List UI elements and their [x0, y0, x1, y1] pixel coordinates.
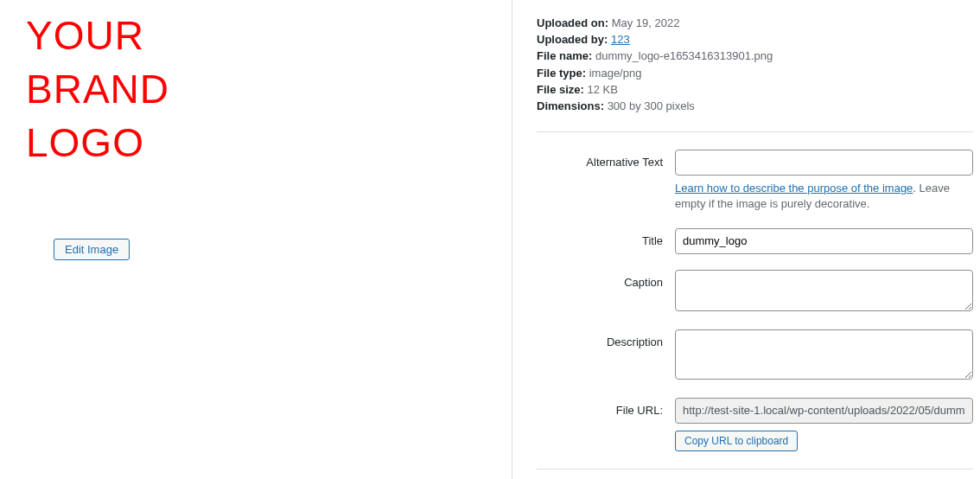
attachment-preview: YOUR BRAND LOGO: [0, 0, 512, 169]
file-name-row: File name: dummy_logo-e1653416313901.png: [537, 48, 973, 64]
uploaded-on-row: Uploaded on: May 19, 2022: [537, 16, 973, 31]
file-name-value: dummy_logo-e1653416313901.png: [595, 49, 773, 62]
uploaded-by-label: Uploaded by:: [537, 33, 608, 46]
brand-logo-line1: YOUR: [26, 9, 486, 62]
file-type-value: image/png: [589, 67, 642, 80]
file-url-label: File URL:: [537, 398, 675, 451]
file-name-label: File name:: [537, 49, 592, 62]
brand-logo-line3: LOGO: [26, 116, 486, 169]
title-label: Title: [537, 228, 675, 254]
description-input[interactable]: [675, 329, 973, 380]
file-url-input[interactable]: [675, 398, 973, 424]
media-preview-panel: YOUR BRAND LOGO Edit Image: [0, 0, 512, 479]
alt-text-help-link[interactable]: Learn how to describe the purpose of the…: [675, 182, 913, 195]
brand-logo-line2: BRAND: [26, 62, 486, 116]
description-row: Description: [537, 329, 973, 382]
alt-text-row: Alternative Text Learn how to describe t…: [537, 150, 973, 212]
attachment-form: Alternative Text Learn how to describe t…: [537, 131, 973, 450]
file-size-label: File size:: [537, 83, 584, 96]
dimensions-label: Dimensions:: [537, 99, 604, 112]
caption-input[interactable]: [675, 270, 973, 311]
alt-text-label: Alternative Text: [537, 150, 675, 212]
alt-text-input[interactable]: [675, 150, 973, 176]
file-type-label: File type:: [537, 67, 586, 80]
caption-label: Caption: [537, 270, 675, 314]
file-size-row: File size: 12 KB: [537, 82, 973, 98]
footer-actions: View attachment page | Edit more details…: [537, 469, 973, 480]
caption-row: Caption: [537, 270, 973, 314]
uploaded-on-value: May 19, 2022: [612, 16, 680, 29]
dimensions-row: Dimensions: 300 by 300 pixels: [537, 99, 973, 114]
attachment-details-panel: Uploaded on: May 19, 2022 Uploaded by: 1…: [512, 0, 980, 479]
description-label: Description: [537, 329, 675, 382]
title-input[interactable]: [675, 228, 973, 254]
file-url-row: File URL: Copy URL to clipboard: [537, 398, 973, 451]
copy-url-button[interactable]: Copy URL to clipboard: [675, 431, 798, 451]
edit-image-button[interactable]: Edit Image: [54, 239, 130, 260]
title-row: Title: [537, 228, 973, 254]
meta-info-block: Uploaded on: May 19, 2022 Uploaded by: 1…: [537, 16, 973, 114]
file-type-row: File type: image/png: [537, 66, 973, 81]
alt-text-help: Learn how to describe the purpose of the…: [675, 181, 973, 212]
uploaded-on-label: Uploaded on:: [537, 16, 608, 29]
file-size-value: 12 KB: [588, 83, 618, 96]
uploaded-by-row: Uploaded by: 123: [537, 32, 973, 48]
uploaded-by-link[interactable]: 123: [611, 33, 630, 46]
dimensions-value: 300 by 300 pixels: [608, 99, 695, 112]
